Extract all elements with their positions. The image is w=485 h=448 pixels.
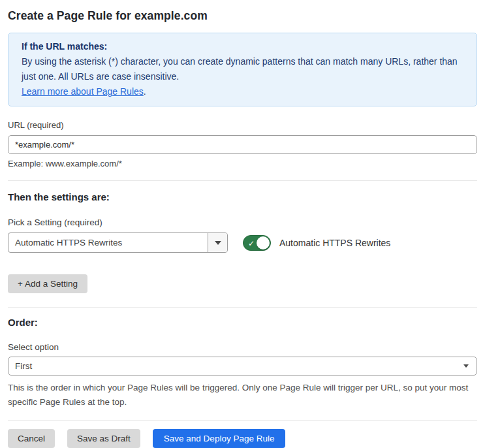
toggle-knob — [257, 236, 270, 249]
select-option-label: Select option — [8, 342, 477, 352]
order-select-value: First — [15, 361, 463, 371]
info-box-heading: If the URL matches: — [22, 39, 463, 54]
cancel-button[interactable]: Cancel — [8, 429, 55, 448]
create-page-rule-form: Create a Page Rule for example.com If th… — [0, 0, 485, 448]
info-box-body: By using the asterisk (*) character, you… — [22, 54, 463, 84]
save-draft-button[interactable]: Save as Draft — [67, 429, 140, 448]
settings-section-heading: Then the settings are: — [8, 191, 477, 202]
url-matches-info-box: If the URL matches: By using the asteris… — [8, 33, 477, 106]
setting-dropdown[interactable]: Automatic HTTPS Rewrites — [8, 232, 228, 253]
link-suffix: . — [144, 86, 146, 97]
setting-dropdown-arrow-button[interactable] — [208, 233, 227, 252]
divider — [8, 180, 477, 181]
learn-more-link[interactable]: Learn more about Page Rules — [22, 86, 144, 97]
url-label: URL (required) — [8, 120, 477, 130]
pick-setting-label: Pick a Setting (required) — [8, 217, 477, 227]
footer-actions: Cancel Save as Draft Save and Deploy Pag… — [8, 429, 477, 448]
url-example-text: Example: www.example.com/* — [8, 159, 477, 168]
https-rewrites-toggle[interactable]: ✓ — [243, 235, 271, 251]
order-help-text: This is the order in which your Page Rul… — [8, 381, 473, 409]
order-select[interactable]: First — [8, 357, 477, 376]
divider — [8, 307, 477, 308]
chevron-down-icon — [463, 364, 469, 368]
chevron-down-icon — [215, 241, 221, 245]
toggle-label: Automatic HTTPS Rewrites — [279, 238, 390, 248]
check-icon: ✓ — [248, 238, 255, 249]
setting-dropdown-value: Automatic HTTPS Rewrites — [8, 233, 208, 252]
save-deploy-button[interactable]: Save and Deploy Page Rule — [153, 429, 286, 448]
setting-row: Automatic HTTPS Rewrites ✓ Automatic HTT… — [8, 232, 477, 253]
add-setting-button[interactable]: + Add a Setting — [8, 274, 87, 293]
url-input[interactable] — [8, 135, 477, 154]
divider — [8, 420, 477, 421]
order-section-heading: Order: — [8, 317, 477, 328]
page-title: Create a Page Rule for example.com — [8, 9, 477, 23]
info-box-link-line: Learn more about Page Rules. — [22, 84, 463, 99]
